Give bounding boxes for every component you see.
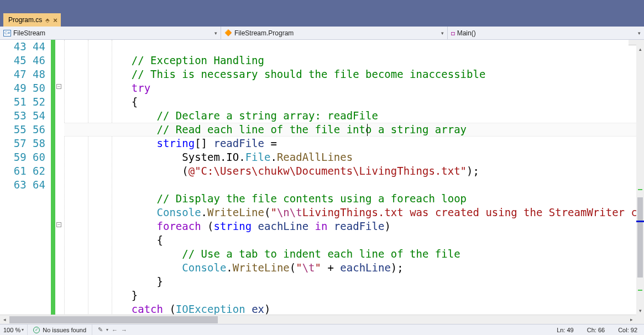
code-content[interactable]: // Exception Handling // This is necessa… [64, 40, 636, 324]
nav-scope-dropdown[interactable]: C# FileStream ▾ [0, 27, 221, 39]
cursor-col: Col: 92 [611, 327, 644, 333]
cursor-line: Ln: 49 [550, 327, 580, 333]
zoom-control[interactable]: 100 % ▾ [0, 324, 28, 335]
chevron-down-icon: ▾ [214, 30, 217, 36]
split-handle[interactable] [629, 40, 636, 45]
nav-class-text: FileStream.Program [234, 29, 294, 37]
close-icon[interactable]: × [53, 16, 57, 24]
status-bar: 100 % ▾ ✓ No issues found ✎ ▾ ← → Ln: 49… [0, 324, 644, 335]
class-icon: 🔶 [224, 29, 232, 36]
line-numbers: 43 44 45 46 47 48 49 50 51 52 53 54 55 5… [0, 40, 49, 192]
scroll-right-icon[interactable]: ▸ [627, 315, 636, 324]
prev-issue-icon[interactable]: ← [112, 327, 118, 333]
change-indicator [51, 40, 55, 324]
issues-indicator[interactable]: ✓ No issues found [28, 324, 92, 335]
nav-class-dropdown[interactable]: 🔶 FileStream.Program ▾ [221, 27, 448, 39]
issue-nav[interactable]: ✎ ▾ ← → [92, 326, 133, 333]
document-tab-program[interactable]: Program.cs ⬘ × [3, 13, 61, 27]
text-caret [367, 124, 368, 136]
window-titlebar [0, 0, 644, 12]
csharp-icon: C# [3, 30, 11, 36]
nav-method-text: Main() [457, 29, 476, 37]
outline-toggle[interactable]: − [56, 222, 61, 227]
method-icon: ◘ [451, 30, 455, 36]
navigation-bar: C# FileStream ▾ 🔶 FileStream.Program ▾ ◘… [0, 27, 644, 40]
chevron-down-icon: ▾ [106, 327, 108, 332]
scroll-up-icon[interactable]: ▴ [636, 45, 644, 53]
eyedrop-icon: ✎ [98, 326, 103, 333]
document-tabstrip: Program.cs ⬘ × [0, 12, 644, 27]
gutter: 43 44 45 46 47 48 49 50 51 52 53 54 55 5… [0, 40, 51, 324]
caret-position-mark [636, 221, 644, 222]
chevron-down-icon: ▾ [441, 30, 444, 36]
scroll-left-icon[interactable]: ◂ [0, 315, 9, 324]
chevron-down-icon: ▾ [638, 30, 641, 36]
nav-method-dropdown[interactable]: ◘ Main() ▾ [448, 27, 644, 39]
scroll-thumb[interactable] [9, 316, 218, 323]
scroll-thumb[interactable] [637, 197, 643, 278]
next-issue-icon[interactable]: → [121, 327, 127, 333]
scroll-track[interactable] [9, 315, 627, 324]
cursor-char: Ch: 66 [580, 327, 611, 333]
scroll-down-icon[interactable]: ▾ [636, 307, 644, 315]
change-mark [638, 290, 642, 291]
issues-text: No issues found [43, 327, 86, 333]
change-mark [638, 189, 642, 190]
horizontal-scrollbar[interactable]: ◂ ▸ [0, 315, 636, 324]
nav-scope-text: FileStream [13, 29, 45, 37]
tab-title: Program.cs [8, 16, 42, 24]
chevron-down-icon: ▾ [22, 327, 24, 332]
check-icon: ✓ [33, 327, 40, 333]
code-editor[interactable]: 43 44 45 46 47 48 49 50 51 52 53 54 55 5… [0, 40, 644, 324]
vertical-scrollbar[interactable]: ▴ ▾ [636, 40, 644, 324]
outline-toggle[interactable]: − [56, 84, 61, 89]
pin-icon[interactable]: ⬘ [45, 17, 50, 23]
zoom-value: 100 % [3, 327, 20, 333]
